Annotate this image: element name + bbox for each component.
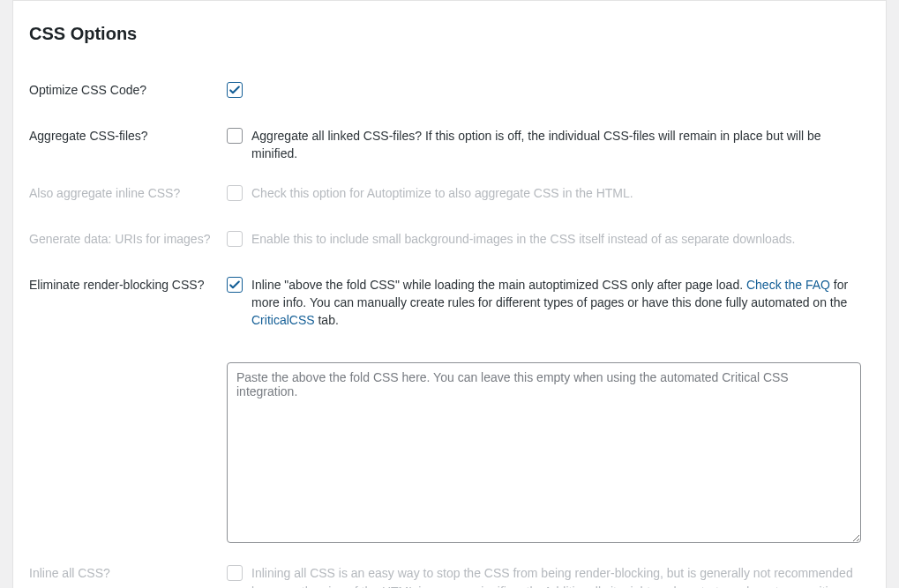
- options-table: Optimize CSS Code? Aggregate CSS-files?: [29, 69, 870, 588]
- css-options-panel: CSS Options Optimize CSS Code? Aggregate…: [12, 0, 887, 588]
- check-icon: [228, 279, 241, 291]
- desc-data-uris: Enable this to include small background-…: [251, 230, 795, 248]
- desc-aggregate-inline-css: Check this option for Autoptimize to als…: [251, 184, 633, 202]
- row-data-uris: Generate data: URIs for images? Enable t…: [29, 218, 870, 264]
- section-title: CSS Options: [29, 24, 870, 44]
- desc-inline-all-css: Inlining all CSS is an easy way to stop …: [251, 564, 861, 588]
- checkbox-aggregate-css[interactable]: [227, 128, 243, 144]
- label-eliminate-render-blocking: Eliminate render-blocking CSS?: [29, 264, 227, 553]
- desc-aggregate-css: Aggregate all linked CSS-files? If this …: [251, 127, 861, 163]
- label-aggregate-css: Aggregate CSS-files?: [29, 115, 227, 172]
- row-aggregate-inline-css: Also aggregate inline CSS? Check this op…: [29, 172, 870, 218]
- checkbox-inline-all-css: [227, 565, 243, 581]
- row-aggregate-css: Aggregate CSS-files? Aggregate all linke…: [29, 115, 870, 172]
- desc-text-pre: Inline "above the fold CSS" while loadin…: [251, 278, 746, 292]
- checkbox-optimize-css[interactable]: [227, 82, 243, 98]
- row-eliminate-render-blocking: Eliminate render-blocking CSS? Inline "a…: [29, 264, 870, 553]
- faq-link[interactable]: Check the FAQ: [746, 278, 830, 292]
- checkbox-aggregate-inline-css: [227, 185, 243, 201]
- checkbox-data-uris: [227, 231, 243, 247]
- row-optimize-css: Optimize CSS Code?: [29, 69, 870, 115]
- criticalcss-link[interactable]: CriticalCSS: [251, 313, 315, 327]
- label-aggregate-inline-css: Also aggregate inline CSS?: [29, 172, 227, 218]
- label-optimize-css: Optimize CSS Code?: [29, 69, 227, 115]
- label-data-uris: Generate data: URIs for images?: [29, 218, 227, 264]
- desc-eliminate-render-blocking: Inline "above the fold CSS" while loadin…: [251, 276, 861, 330]
- label-inline-all-css: Inline all CSS?: [29, 552, 227, 588]
- checkbox-eliminate-render-blocking[interactable]: [227, 277, 243, 293]
- desc-text-post: tab.: [315, 313, 339, 327]
- check-icon: [228, 84, 241, 96]
- row-inline-all-css: Inline all CSS? Inlining all CSS is an e…: [29, 552, 870, 588]
- above-the-fold-css-textarea[interactable]: [227, 362, 861, 543]
